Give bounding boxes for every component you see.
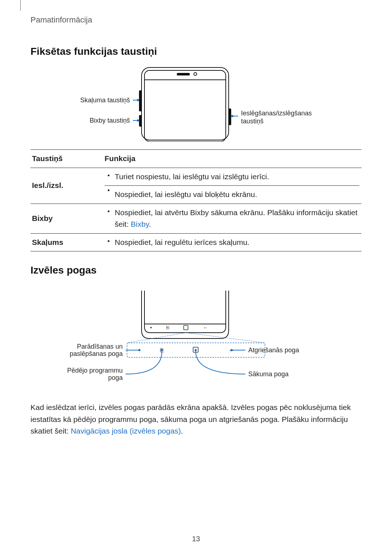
row-bixby-key: Bixby — [30, 204, 103, 233]
row-volume-key: Skaļums — [30, 233, 103, 251]
svg-text:Pēdējo programmu: Pēdējo programmu — [67, 367, 123, 374]
page-number: 13 — [0, 535, 392, 543]
nav-bar-link[interactable]: Navigācijas josla (izvēles pogas) — [71, 427, 181, 435]
bixby-link[interactable]: Bixby — [131, 220, 149, 228]
row-power-key: Iesl./izsl. — [30, 168, 103, 204]
row-power-item1: Turiet nospiestu, lai ieslēgtu vai izslē… — [105, 171, 359, 183]
svg-point-30 — [161, 349, 163, 351]
row-volume-item: Nospiediet, lai regulētu ierīces skaļumu… — [105, 237, 359, 249]
heading-hard-keys: Fiksētas funkcijas taustiņi — [30, 46, 362, 57]
svg-line-24 — [127, 333, 186, 343]
heading-soft-keys: Izvēles pogas — [30, 264, 362, 276]
keys-table: Taustiņš Funkcija Iesl./izsl. Turiet nos… — [30, 149, 362, 251]
svg-rect-3 — [177, 73, 189, 75]
svg-point-4 — [194, 73, 197, 75]
svg-point-36 — [195, 349, 197, 351]
svg-point-9 — [137, 99, 139, 101]
label-power-key-l2: taustiņš — [241, 118, 264, 125]
svg-rect-7 — [229, 109, 231, 125]
row-power-item2: Nospiediet, lai ieslēgtu vai bloķētu ekr… — [105, 185, 359, 201]
svg-text:paslēpšanas poga: paslēpšanas poga — [70, 350, 123, 357]
svg-point-33 — [230, 349, 233, 351]
svg-point-13 — [231, 115, 233, 117]
svg-text:⎘: ⎘ — [166, 325, 170, 331]
section-header: Pamatinformācija — [30, 15, 362, 25]
th-key: Taustiņš — [30, 150, 103, 168]
svg-text:Atgriešanās poga: Atgriešanās poga — [248, 346, 299, 354]
svg-rect-1 — [144, 70, 226, 141]
svg-point-26 — [138, 349, 140, 351]
svg-point-15 — [150, 327, 152, 328]
soft-keys-paragraph: Kad ieslēdzat ierīci, izvēles pogas parā… — [30, 402, 362, 437]
svg-rect-17 — [184, 325, 188, 330]
row-bixby-item: Nospiediet, lai atvērtu Bixby sākuma ekr… — [105, 207, 359, 230]
label-power-key-l1: Ieslēgšanas/izslēgšanas — [241, 110, 312, 117]
soft-keys-diagram: ⎘ ← ⎘ ← Parādīšanas un paslēpšanas poga … — [30, 291, 362, 392]
svg-rect-6 — [139, 115, 142, 126]
svg-rect-0 — [142, 67, 229, 140]
svg-text:Sākuma poga: Sākuma poga — [248, 370, 289, 378]
label-volume-key: Skaļuma taustiņš — [80, 97, 130, 104]
th-func: Funkcija — [103, 150, 362, 168]
hard-keys-diagram: Skaļuma taustiņš Bixby taustiņš Ieslēgša… — [30, 65, 362, 141]
margin-tick — [20, 0, 21, 11]
label-bixby-key: Bixby taustiņš — [90, 117, 130, 124]
svg-rect-5 — [139, 91, 142, 111]
svg-text:Parādīšanas un: Parādīšanas un — [77, 343, 123, 350]
svg-text:poga: poga — [108, 374, 123, 381]
svg-point-11 — [137, 119, 139, 122]
svg-text:←: ← — [203, 325, 208, 331]
